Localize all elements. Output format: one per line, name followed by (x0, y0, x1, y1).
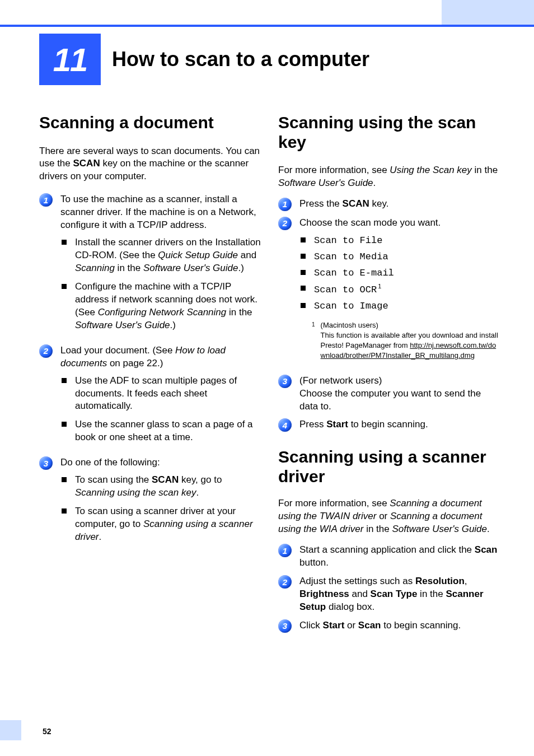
right-column: Scanning using the scan key For more inf… (278, 113, 500, 638)
header-rule (0, 25, 534, 27)
text-bold: Scan Type (371, 589, 418, 599)
text: Use the scanner glass to scan a page of … (75, 419, 253, 442)
text-italic: Quick Setup Guide (158, 250, 238, 260)
text: For more information, see (278, 498, 390, 508)
bullet-item: Configure the machine with a TCP/IP addr… (73, 281, 261, 332)
text: .) (238, 263, 243, 273)
step-number-icon: 4 (278, 418, 292, 432)
chapter-number: 11 (39, 34, 101, 85)
text: key. (369, 198, 389, 209)
text: to begin scanning. (348, 419, 428, 430)
text-italic: Scanning using the scan key (75, 487, 196, 498)
section-heading-scanning-document: Scanning a document (39, 113, 261, 133)
text: Scan to File (314, 235, 382, 246)
footer-accent (0, 720, 21, 740)
text: and (238, 250, 256, 260)
text-italic: Using the Scan key (390, 165, 471, 175)
step-number-icon: 2 (278, 575, 292, 589)
bullet-item: To scan using a scanner driver at your c… (73, 505, 261, 544)
text-italic: Software User's Guide (392, 524, 487, 534)
text: dialog box. (326, 601, 374, 612)
text: Press the (299, 198, 343, 209)
text-italic: Software User's Guide (143, 263, 238, 273)
bullet-item: To scan using the SCAN key, go to Scanni… (73, 474, 261, 500)
section-heading-scanner-driver: Scanning using a scanner driver (278, 447, 500, 486)
step-number-icon: 3 (278, 619, 292, 633)
text: key, go to (179, 474, 222, 485)
text-bold: Scan (475, 544, 498, 555)
step-1: 1 Press the SCAN key. (278, 198, 500, 211)
step-number-icon: 1 (278, 544, 292, 557)
left-column: Scanning a document There are several wa… (39, 113, 261, 638)
content-area: 11 How to scan to a computer Scanning a … (39, 34, 500, 638)
text: Do one of the following: (60, 457, 160, 468)
step-number-icon: 3 (278, 375, 292, 388)
text: . (99, 531, 102, 542)
step-1: 1 Start a scanning application and click… (278, 544, 500, 570)
text: in the (226, 307, 252, 318)
text: Adjust the settings such as (299, 576, 415, 586)
intro-paragraph: There are several ways to scan documents… (39, 145, 261, 184)
page-number: 52 (43, 727, 51, 736)
text: . (487, 524, 490, 534)
header-accent (442, 0, 534, 25)
step-2: 2 Choose the scan mode you want. Scan to… (278, 217, 500, 369)
text: Scan to OCR (314, 284, 377, 295)
text: Start a scanning application and click t… (299, 544, 475, 555)
step-number-icon: 1 (39, 193, 53, 207)
text: on page 22.) (107, 358, 163, 368)
text: to begin scanning. (381, 620, 461, 631)
step-1: 1 To use the machine as a scanner, insta… (39, 193, 261, 338)
text: Load your document. (See (60, 345, 175, 356)
intro-paragraph: For more information, see Scanning a doc… (278, 497, 500, 536)
step-3: 3 Click Start or Scan to begin scanning. (278, 619, 500, 633)
step-number-icon: 3 (39, 456, 53, 470)
text: or (376, 511, 390, 521)
step-3: 3 Do one of the following: To scan using… (39, 456, 261, 550)
intro-paragraph: For more information, see Using the Scan… (278, 164, 500, 190)
bullet-item: Use the ADF to scan multiple pages of do… (73, 375, 261, 413)
text-bold: Start (326, 419, 348, 430)
text: or (344, 620, 358, 631)
top-header-band (0, 0, 534, 25)
step-number-icon: 2 (39, 344, 53, 358)
section-heading-scan-key: Scanning using the scan key (278, 113, 500, 152)
step-number-icon: 1 (278, 198, 292, 211)
footnote-marker: 1 (312, 320, 315, 361)
text: in the (363, 524, 392, 534)
text-bold: Scan (358, 620, 381, 631)
text: button. (299, 557, 329, 568)
text: in the (417, 589, 446, 599)
text-bold: SCAN (343, 198, 369, 209)
text-italic: Configuring Network Scanning (98, 307, 227, 318)
scan-mode-item: Scan to Media (312, 249, 500, 265)
text: and (349, 589, 371, 599)
text: To scan using the (75, 474, 152, 485)
text: Choose the computer you want to send the… (299, 388, 481, 412)
text: Scan to Media (314, 251, 388, 262)
text-italic: Software User's Guide (75, 320, 170, 330)
scan-mode-item: Scan to E-mail (312, 265, 500, 282)
scan-mode-item: Scan to Image (312, 298, 500, 315)
scan-mode-item: Scan to OCR1 (312, 281, 500, 298)
text-italic: Scanning (75, 263, 115, 273)
text-bold: SCAN (152, 474, 179, 485)
bullet-item: Install the scanner drivers on the Insta… (73, 236, 261, 275)
chapter-header: 11 How to scan to a computer (39, 34, 500, 85)
footnote-body: (Macintosh users) This function is avail… (321, 320, 500, 361)
text-bold: SCAN (73, 158, 100, 169)
step-2: 2 Adjust the settings such as Resolution… (278, 575, 500, 614)
text: (For network users) (299, 375, 382, 386)
text: Scan to E-mail (314, 268, 394, 278)
text: Press (299, 419, 326, 430)
text: (Macintosh users) (321, 321, 378, 329)
text-bold: Resolution (415, 576, 465, 586)
text: . (196, 487, 199, 498)
text-bold: Brightness (299, 589, 349, 599)
step-2: 2 Load your document. (See How to load d… (39, 344, 261, 451)
scan-mode-item: Scan to File (312, 233, 500, 249)
step-text: To use the machine as a scanner, install… (60, 194, 256, 230)
text-bold: Start (323, 620, 345, 631)
step-4: 4 Press Start to begin scanning. (278, 418, 500, 432)
footnote: 1 (Macintosh users) This function is ava… (312, 320, 500, 361)
